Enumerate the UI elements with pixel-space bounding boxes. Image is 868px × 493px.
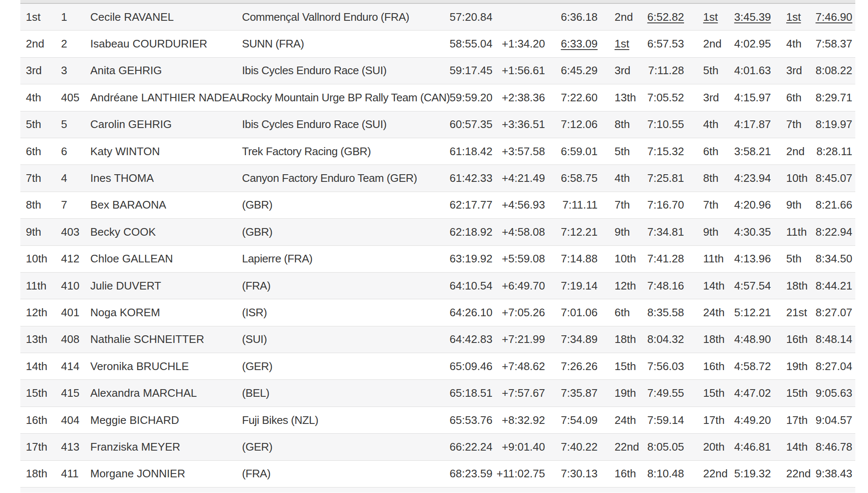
- stage3-rank-cell: 2nd: [773, 145, 815, 158]
- stage3-rank-cell: 3rd: [773, 64, 815, 77]
- team-cell: Lapierre (FRA): [238, 252, 428, 265]
- stage1-rank-cell: 1st: [600, 37, 637, 50]
- team-cell: (GBR): [238, 226, 428, 239]
- stage4-time-cell: 8:21.66: [815, 198, 855, 212]
- stage1-time-cell: 7:14.88: [548, 252, 600, 265]
- total-time-cell: 61:42.33: [428, 172, 496, 185]
- table-row: 9th403Becky COOK(GBR)62:18.92+4:58.087:1…: [20, 219, 855, 245]
- stage2-time-cell: 8:05.05: [637, 440, 687, 454]
- stage2-rank-cell: 9th: [687, 226, 729, 239]
- stage1-rank-cell: 9th: [600, 226, 637, 239]
- bib-number-cell: 4: [59, 172, 87, 185]
- rider-name-cell: Noga KOREM: [87, 306, 238, 319]
- stage1-time-cell: 7:12.06: [548, 118, 600, 131]
- stage4-time-cell: 8:08.22: [815, 64, 855, 77]
- stage3-time-cell: 4:47.02: [729, 387, 773, 400]
- rider-name-cell: Anita GEHRIG: [87, 64, 238, 77]
- bib-number-cell: 403: [59, 226, 87, 239]
- stage1-time-cell: 7:40.22: [548, 440, 600, 454]
- stage3-rank-cell: 6th: [773, 91, 815, 104]
- stage1-rank-cell: 22nd: [600, 440, 637, 454]
- gap-cell: +1:34.20: [496, 37, 548, 50]
- stage2-time-cell: 7:11.28: [637, 64, 687, 77]
- stage2-rank-cell: 16th: [687, 360, 729, 373]
- gap-cell: +7:21.99: [496, 333, 548, 346]
- stage4-time-cell: 9:38.43: [815, 467, 855, 480]
- stage1-rank-cell: 4th: [600, 172, 637, 185]
- stage3-rank-cell: 14th: [773, 440, 815, 454]
- table-row: 12th401Noga KOREM(ISR)64:26.10+7:05.267:…: [20, 299, 855, 326]
- stage4-time-cell: 7:58.37: [815, 37, 855, 50]
- stage2-rank-cell: 14th: [687, 279, 729, 292]
- total-time-cell: 62:17.77: [428, 198, 496, 212]
- table-row: 10th412Chloe GALLEANLapierre (FRA)63:19.…: [20, 246, 855, 273]
- stage2-rank-cell: 22nd: [687, 467, 729, 480]
- stage2-rank-cell: 8th: [687, 172, 729, 185]
- stage1-rank-cell: 8th: [600, 118, 637, 131]
- table-row: 6th6Katy WINTONTrek Factory Racing (GBR)…: [20, 138, 855, 165]
- position-cell: 10th: [20, 252, 59, 265]
- stage1-rank-cell: 10th: [600, 252, 637, 265]
- gap-cell: +5:59.08: [496, 252, 548, 265]
- gap-cell: +2:38.36: [496, 91, 548, 104]
- stage3-time-cell: 4:20.96: [729, 198, 773, 212]
- stage1-rank-cell: 5th: [600, 145, 637, 158]
- stage1-time-cell: 7:22.60: [548, 91, 600, 104]
- stage3-time-cell: 4:01.63: [729, 64, 773, 77]
- next-row-partial: [20, 487, 855, 493]
- stage1-time-cell: 6:33.09: [548, 37, 600, 50]
- stage1-time-cell: 7:34.89: [548, 333, 600, 346]
- team-cell: (BEL): [238, 387, 428, 400]
- total-time-cell: 65:18.51: [428, 387, 496, 400]
- stage3-rank-cell: 18th: [773, 279, 815, 292]
- rider-name-cell: Alexandra MARCHAL: [87, 387, 238, 400]
- stage4-time-cell: 8:46.78: [815, 440, 855, 454]
- position-cell: 5th: [20, 118, 59, 131]
- table-row: 14th414Veronika BRUCHLE(GER)65:09.46+7:4…: [20, 353, 855, 380]
- stage3-rank-cell: 16th: [773, 333, 815, 346]
- total-time-cell: 60:57.35: [428, 118, 496, 131]
- rider-name-cell: Nathalie SCHNEITTER: [87, 333, 238, 346]
- stage3-rank-cell: 9th: [773, 198, 815, 212]
- stage1-rank-cell: 7th: [600, 198, 637, 212]
- stage2-time-cell: 7:25.81: [637, 172, 687, 185]
- stage2-time-cell: 8:10.48: [637, 467, 687, 480]
- table-row: 17th413Franziska MEYER(GER)66:22.24+9:01…: [20, 434, 855, 460]
- total-time-cell: 64:10.54: [428, 279, 496, 292]
- stage2-rank-cell: 1st: [687, 11, 729, 24]
- stage3-time-cell: 4:58.72: [729, 360, 773, 373]
- team-cell: Ibis Cycles Enduro Race (SUI): [238, 64, 428, 77]
- stage2-rank-cell: 3rd: [687, 91, 729, 104]
- stage1-rank-cell: 12th: [600, 279, 637, 292]
- stage4-time-cell: 8:28.11: [815, 145, 855, 158]
- position-cell: 12th: [20, 306, 59, 319]
- stage3-time-cell: 4:13.96: [729, 252, 773, 265]
- team-cell: (GER): [238, 360, 428, 373]
- gap-cell: +4:21.49: [496, 172, 548, 185]
- team-cell: (FRA): [238, 467, 428, 480]
- table-row: 8th7Bex BARAONA(GBR)62:17.77+4:56.937:11…: [20, 192, 855, 219]
- stage3-time-cell: 3:45.39: [729, 11, 773, 24]
- table-body: 1st1Cecile RAVANELCommençal Vallnord End…: [20, 4, 855, 487]
- team-cell: (GER): [238, 440, 428, 454]
- stage1-rank-cell: 3rd: [600, 64, 637, 77]
- total-time-cell: 62:18.92: [428, 226, 496, 239]
- total-time-cell: 59:59.20: [428, 91, 496, 104]
- stage2-rank-cell: 17th: [687, 414, 729, 427]
- stage2-time-cell: 7:05.52: [637, 91, 687, 104]
- stage1-time-cell: 6:58.75: [548, 172, 600, 185]
- stage3-time-cell: 4:48.90: [729, 333, 773, 346]
- stage4-time-cell: 8:27.04: [815, 360, 855, 373]
- stage3-time-cell: 4:57.54: [729, 279, 773, 292]
- stage3-rank-cell: 10th: [773, 172, 815, 185]
- stage2-time-cell: 7:16.70: [637, 198, 687, 212]
- rider-name-cell: Chloe GALLEAN: [87, 252, 238, 265]
- rider-name-cell: Andréane LANTHIER NADEAU: [87, 91, 238, 104]
- gap-cell: +8:32.92: [496, 414, 548, 427]
- rider-name-cell: Carolin GEHRIG: [87, 118, 238, 131]
- gap-cell: +11:02.75: [496, 467, 548, 480]
- table-row: 7th4Ines THOMACanyon Factory Enduro Team…: [20, 165, 855, 192]
- table-header-strip: [20, 0, 855, 4]
- stage3-time-cell: 4:15.97: [729, 91, 773, 104]
- total-time-cell: 57:20.84: [428, 11, 496, 24]
